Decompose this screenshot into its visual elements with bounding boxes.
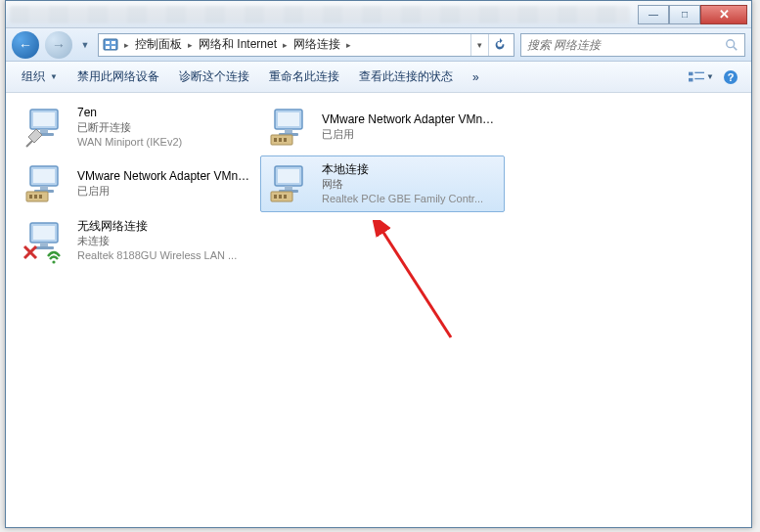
back-button[interactable]: ←: [12, 31, 39, 59]
close-button[interactable]: ✕: [700, 5, 747, 24]
network-adapter-icon: [22, 104, 69, 151]
connection-item[interactable]: 7en已断开连接WAN Miniport (IKEv2): [16, 99, 260, 155]
svg-rect-35: [278, 169, 299, 183]
connection-item[interactable]: 无线网络连接未连接Realtek 8188GU Wireless LAN ...: [16, 212, 260, 269]
network-adapter-icon: [22, 217, 69, 264]
diagnose-button[interactable]: 诊断这个连接: [171, 66, 257, 88]
svg-rect-9: [689, 77, 693, 81]
svg-rect-44: [40, 243, 48, 246]
connection-name: VMware Network Adapter VMnet1: [322, 112, 498, 127]
connection-device: Realtek PCIe GBE Family Contr...: [322, 192, 498, 206]
nav-bar: ← → ▼ ▸ 控制面板 ▸ 网络和 Internet ▸ 网络连接 ▸ ▾: [6, 28, 751, 62]
refresh-button[interactable]: [488, 34, 510, 56]
network-adapter-icon: [22, 160, 69, 207]
svg-rect-24: [279, 138, 282, 142]
svg-rect-33: [39, 195, 42, 199]
connection-device: Realtek 8188GU Wireless LAN ...: [77, 248, 253, 263]
help-button[interactable]: ?: [718, 66, 743, 89]
minimize-button[interactable]: —: [638, 5, 669, 24]
svg-rect-43: [33, 226, 55, 240]
watermark-logo-icon: [622, 492, 657, 521]
svg-rect-14: [33, 112, 55, 126]
connection-status: 已启用: [77, 184, 253, 199]
svg-rect-36: [285, 186, 292, 190]
title-blur: [10, 6, 630, 23]
view-mode-button[interactable]: ▼: [689, 66, 714, 89]
svg-line-6: [734, 46, 738, 50]
connections-pane[interactable]: 7en已断开连接WAN Miniport (IKEv2)VMware Netwo…: [6, 93, 751, 527]
disable-device-button[interactable]: 禁用此网络设备: [69, 66, 167, 88]
chevron-down-icon: ▼: [50, 72, 58, 81]
connection-text: VMware Network Adapter VMnet8已启用: [77, 160, 253, 207]
svg-rect-31: [29, 195, 32, 199]
connection-name: VMware Network Adapter VMnet8: [77, 169, 253, 184]
connection-text: 7en已断开连接WAN Miniport (IKEv2): [77, 104, 253, 151]
nav-history-dropdown[interactable]: ▼: [78, 35, 92, 55]
overflow-button[interactable]: »: [465, 67, 487, 87]
svg-rect-25: [284, 138, 287, 142]
svg-point-46: [52, 260, 55, 263]
rename-button[interactable]: 重命名此连接: [261, 66, 347, 88]
svg-rect-40: [279, 195, 282, 199]
svg-rect-20: [285, 129, 292, 133]
search-input[interactable]: [527, 38, 725, 52]
svg-rect-41: [284, 195, 287, 199]
connection-item[interactable]: VMware Network Adapter VMnet1已启用: [260, 99, 505, 155]
address-bar[interactable]: ▸ 控制面板 ▸ 网络和 Internet ▸ 网络连接 ▸ ▾: [98, 33, 514, 57]
connection-text: 无线网络连接未连接Realtek 8188GU Wireless LAN ...: [77, 217, 253, 264]
svg-rect-10: [694, 77, 704, 78]
connection-device: WAN Miniport (IKEv2): [77, 135, 253, 150]
address-sep-icon: ▸: [122, 40, 131, 50]
breadcrumb-segment[interactable]: 控制面板: [131, 34, 186, 56]
maximize-button[interactable]: □: [669, 5, 700, 24]
connection-status: 未连接: [77, 234, 253, 248]
organize-label: 组织: [22, 68, 45, 85]
connection-item[interactable]: VMware Network Adapter VMnet8已启用: [16, 155, 260, 212]
breadcrumb-segment[interactable]: 网络连接: [290, 34, 344, 56]
svg-rect-8: [694, 71, 704, 72]
connection-name: 无线网络连接: [77, 219, 253, 234]
svg-rect-23: [274, 138, 277, 142]
breadcrumb-segment[interactable]: 网络和 Internet: [195, 34, 281, 56]
svg-rect-2: [112, 41, 115, 44]
connection-name: 本地连接: [322, 162, 498, 177]
address-sep-icon: ▸: [281, 40, 290, 50]
network-adapter-icon: [267, 104, 314, 151]
connection-status: 已启用: [322, 127, 498, 142]
connection-name: 7en: [77, 106, 253, 120]
address-dropdown[interactable]: ▾: [470, 34, 488, 56]
svg-rect-28: [40, 186, 48, 190]
connection-text: VMware Network Adapter VMnet1已启用: [322, 104, 498, 151]
view-status-button[interactable]: 查看此连接的状态: [351, 66, 461, 88]
command-bar: 组织▼ 禁用此网络设备 诊断这个连接 重命名此连接 查看此连接的状态 » ▼ ?: [6, 62, 751, 93]
watermark-text: 系统之家: [663, 495, 741, 518]
svg-rect-7: [689, 71, 693, 75]
organize-menu[interactable]: 组织▼: [14, 66, 66, 88]
svg-rect-19: [278, 112, 299, 126]
address-sep-icon: ▸: [186, 40, 195, 50]
svg-rect-32: [34, 195, 37, 199]
search-icon: [725, 38, 738, 52]
svg-rect-4: [112, 46, 115, 49]
window-buttons: — □ ✕: [638, 5, 747, 24]
connection-status: 已断开连接: [77, 120, 253, 135]
svg-rect-15: [40, 129, 48, 133]
connection-status: 网络: [322, 177, 498, 192]
connection-text: 本地连接网络Realtek PCIe GBE Family Contr...: [322, 160, 498, 207]
titlebar[interactable]: — □ ✕: [6, 1, 751, 28]
svg-line-17: [26, 141, 32, 147]
chevron-down-icon: ▼: [706, 72, 714, 81]
svg-text:?: ?: [728, 71, 735, 83]
watermark: 系统之家: [622, 492, 741, 521]
svg-rect-45: [34, 246, 54, 249]
search-box[interactable]: [520, 33, 745, 57]
network-adapter-icon: [267, 160, 314, 207]
connection-item[interactable]: 本地连接网络Realtek PCIe GBE Family Contr...: [260, 155, 505, 212]
explorer-window: — □ ✕ ← → ▼ ▸ 控制面板 ▸ 网络和 Internet ▸ 网络连接…: [5, 0, 752, 528]
svg-point-5: [727, 39, 735, 47]
forward-button[interactable]: →: [45, 31, 72, 59]
control-panel-icon: [103, 37, 118, 53]
svg-rect-27: [33, 169, 55, 183]
svg-rect-39: [274, 195, 277, 199]
svg-rect-1: [106, 41, 110, 44]
